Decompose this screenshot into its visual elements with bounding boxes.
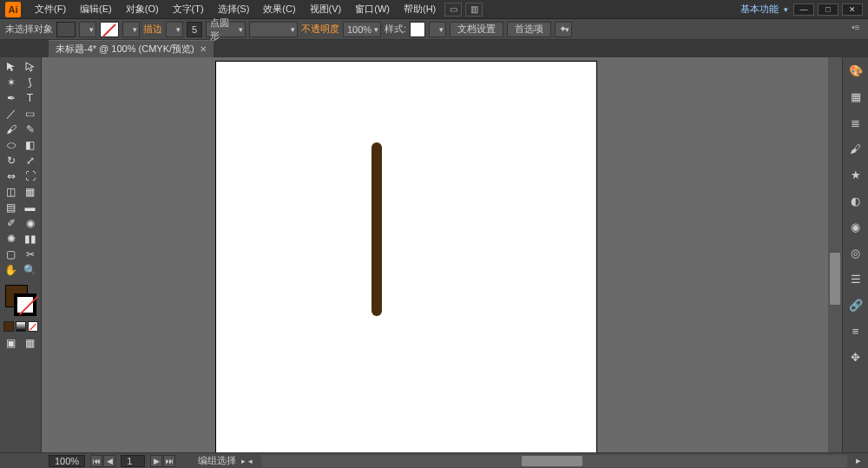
- workspace-switcher[interactable]: 基本功能: [740, 3, 779, 16]
- fill-swatch[interactable]: [56, 22, 76, 37]
- rotate-tool[interactable]: ↻: [2, 153, 21, 168]
- zoom-level[interactable]: 100%: [49, 455, 85, 467]
- preferences-button[interactable]: 首选项: [507, 22, 551, 37]
- eyedropper-tool[interactable]: ✐: [2, 215, 21, 231]
- right-panel-dock: 🎨 ▦ ≣ 🖌 ★ ◐ ◉ ◎ ☰ 🔗 ≡ ✥: [842, 57, 868, 452]
- menu-help[interactable]: 帮助(H): [397, 3, 443, 16]
- pen-tool[interactable]: ✒: [2, 90, 21, 106]
- stroke-dropdown[interactable]: [122, 22, 140, 37]
- symbol-sprayer-tool[interactable]: ✺: [2, 231, 21, 247]
- perspective-tool[interactable]: ▦: [21, 184, 40, 200]
- panel-layers-icon[interactable]: ☰: [846, 269, 865, 288]
- stroke-swatch[interactable]: [100, 22, 119, 37]
- canvas-area[interactable]: [42, 57, 842, 452]
- panel-align-icon[interactable]: ≡: [846, 321, 865, 340]
- opacity-label[interactable]: 不透明度: [301, 23, 339, 36]
- horizontal-scrollbar[interactable]: [261, 455, 847, 467]
- rectangle-tool[interactable]: ▭: [21, 106, 40, 122]
- lasso-tool[interactable]: ⟆: [21, 75, 40, 90]
- fill-stroke-indicator[interactable]: [3, 283, 38, 318]
- type-tool[interactable]: T: [21, 90, 40, 106]
- color-mode-gradient[interactable]: [16, 321, 26, 332]
- panel-color-icon[interactable]: 🎨: [846, 61, 865, 80]
- panel-transparency-icon[interactable]: ◐: [846, 191, 865, 210]
- nav-prev-icon[interactable]: ◀: [103, 455, 115, 467]
- horizontal-scroll-thumb[interactable]: [522, 456, 582, 466]
- direct-selection-tool[interactable]: [21, 59, 40, 75]
- controlbar-menu-icon[interactable]: •≡: [849, 23, 863, 36]
- panel-symbols-icon[interactable]: ★: [846, 165, 865, 184]
- column-graph-tool[interactable]: ▮▮: [21, 231, 40, 247]
- menu-view[interactable]: 视图(V): [303, 3, 349, 16]
- drawn-line-shape[interactable]: [372, 142, 382, 316]
- eraser-tool[interactable]: ◧: [21, 137, 40, 153]
- document-tab-1[interactable]: 未标题-4* @ 100% (CMYK/预览) ✕: [49, 40, 214, 57]
- window-close-button[interactable]: ✕: [842, 3, 863, 16]
- slice-tool[interactable]: ✂: [21, 247, 40, 262]
- document-tabs: 未标题-4* @ 100% (CMYK/预览) ✕: [0, 40, 868, 57]
- mesh-tool[interactable]: ▤: [2, 200, 21, 215]
- line-tool[interactable]: ／: [2, 106, 21, 122]
- menu-object[interactable]: 对象(O): [119, 3, 166, 16]
- window-minimize-button[interactable]: —: [793, 3, 814, 16]
- magic-wand-tool[interactable]: ✶: [2, 75, 21, 90]
- width-tool[interactable]: ⇔: [2, 168, 21, 184]
- change-screen-icon[interactable]: ▦: [21, 335, 40, 351]
- panel-brushes-icon[interactable]: 🖌: [846, 139, 865, 158]
- artboard-number[interactable]: 1: [121, 455, 145, 467]
- stroke-profile-dropdown[interactable]: 点圆形: [206, 22, 246, 37]
- menu-effect[interactable]: 效果(C): [256, 3, 302, 16]
- stroke-weight-stepper[interactable]: [166, 22, 183, 37]
- selection-tool[interactable]: [2, 59, 21, 75]
- menu-type[interactable]: 文字(T): [166, 3, 211, 16]
- brush-dropdown[interactable]: [249, 22, 298, 37]
- color-mode-solid[interactable]: [3, 321, 14, 332]
- style-swatch[interactable]: [410, 22, 425, 37]
- panel-appearance-icon[interactable]: ◉: [846, 217, 865, 236]
- pencil-tool[interactable]: ✎: [21, 122, 40, 137]
- stroke-weight-input[interactable]: [187, 22, 202, 37]
- menu-file[interactable]: 文件(F): [28, 3, 73, 16]
- fill-dropdown[interactable]: [79, 22, 96, 37]
- stroke-color-box[interactable]: [14, 293, 36, 316]
- status-chevron-icon[interactable]: ▸ ◂: [241, 457, 253, 465]
- window-maximize-button[interactable]: □: [818, 3, 838, 16]
- screen-mode-button[interactable]: ▣: [2, 335, 21, 351]
- workspace-chevron-icon[interactable]: ▾: [784, 5, 788, 14]
- gradient-tool[interactable]: ▬: [21, 200, 40, 215]
- nav-first-icon[interactable]: ⏮: [90, 455, 102, 467]
- zoom-tool[interactable]: 🔍: [21, 262, 40, 278]
- stroke-label[interactable]: 描边: [143, 23, 162, 36]
- scroll-right-icon[interactable]: ▸: [852, 455, 865, 466]
- arrange-icon[interactable]: ▥: [465, 3, 483, 16]
- menu-edit[interactable]: 编辑(E): [73, 3, 119, 16]
- nav-last-icon[interactable]: ⏭: [163, 455, 175, 467]
- document-setup-button[interactable]: 文档设置: [450, 22, 503, 37]
- paintbrush-tool[interactable]: 🖌: [2, 122, 21, 137]
- free-transform-tool[interactable]: ⛶: [21, 168, 40, 184]
- vertical-scroll-thumb[interactable]: [830, 253, 840, 305]
- shape-builder-tool[interactable]: ◫: [2, 184, 21, 200]
- panel-transform-icon[interactable]: ✥: [846, 347, 865, 366]
- selection-status: 未选择对象: [5, 23, 53, 36]
- menu-select[interactable]: 选择(S): [211, 3, 257, 16]
- color-mode-none[interactable]: [28, 321, 38, 332]
- style-dropdown[interactable]: [429, 22, 446, 37]
- artboard-tool[interactable]: ▢: [2, 247, 21, 262]
- blob-brush-tool[interactable]: ⬭: [2, 137, 21, 153]
- blend-tool[interactable]: ◉: [21, 215, 40, 231]
- hand-tool[interactable]: ✋: [2, 262, 21, 278]
- panel-graphic-styles-icon[interactable]: ◎: [846, 243, 865, 262]
- scale-tool[interactable]: ⤢: [21, 153, 40, 168]
- extra-dropdown[interactable]: ✦: [555, 22, 572, 37]
- menu-window[interactable]: 窗口(W): [348, 3, 397, 16]
- tab-close-icon[interactable]: ✕: [200, 44, 207, 54]
- nav-next-icon[interactable]: ▶: [150, 455, 162, 467]
- panel-links-icon[interactable]: 🔗: [846, 295, 865, 314]
- layout-toggle-icon[interactable]: ▭: [444, 3, 462, 16]
- vertical-scrollbar[interactable]: [828, 57, 842, 452]
- app-logo: Ai: [5, 2, 21, 17]
- panel-stroke-icon[interactable]: ≣: [846, 113, 865, 132]
- panel-swatches-icon[interactable]: ▦: [846, 87, 865, 106]
- opacity-dropdown[interactable]: 100%: [343, 22, 381, 37]
